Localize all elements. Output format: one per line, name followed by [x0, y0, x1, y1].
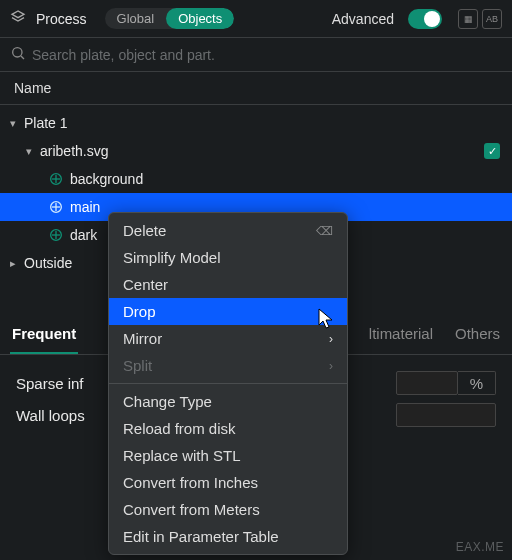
column-header-name: Name	[0, 72, 512, 105]
backspace-icon: ⌫	[316, 224, 333, 238]
tree-file[interactable]: ▾ aribeth.svg ✓	[0, 137, 512, 165]
menu-item-edit-in-parameter-table[interactable]: Edit in Parameter Table	[109, 523, 347, 550]
tree-label: Plate 1	[24, 115, 68, 131]
menu-item-reload-from-disk[interactable]: Reload from disk	[109, 415, 347, 442]
menu-item-simplify-model[interactable]: Simplify Model	[109, 244, 347, 271]
object-icon	[48, 171, 64, 187]
menu-item-label: Mirror	[123, 330, 162, 347]
compare-icon[interactable]: AB	[482, 9, 502, 29]
menu-separator	[109, 383, 347, 384]
watermark: EAX.ME	[456, 540, 504, 554]
sparse-infill-input[interactable]	[396, 371, 458, 395]
advanced-label: Advanced	[332, 11, 394, 27]
menu-item-label: Edit in Parameter Table	[123, 528, 279, 545]
layers-icon	[10, 9, 26, 28]
scope-objects[interactable]: Objects	[166, 8, 234, 29]
object-icon	[48, 199, 64, 215]
chevron-right-icon: ▸	[10, 257, 24, 270]
tree-plate[interactable]: ▾ Plate 1	[0, 109, 512, 137]
panel-title: Process	[36, 11, 87, 27]
tree-label: Outside	[24, 255, 72, 271]
search-icon	[10, 45, 26, 64]
menu-item-label: Drop	[123, 303, 156, 320]
menu-item-label: Reload from disk	[123, 420, 236, 437]
tree-label: dark	[70, 227, 97, 243]
menu-item-change-type[interactable]: Change Type	[109, 388, 347, 415]
advanced-toggle[interactable]	[408, 9, 442, 29]
scope-global[interactable]: Global	[105, 8, 167, 29]
menu-item-delete[interactable]: Delete⌫	[109, 217, 347, 244]
svg-marker-0	[12, 11, 24, 18]
scope-segmented: Global Objects	[105, 8, 235, 29]
chevron-right-icon: ›	[329, 332, 333, 346]
menu-item-convert-from-meters[interactable]: Convert from Meters	[109, 496, 347, 523]
menu-item-label: Simplify Model	[123, 249, 221, 266]
chevron-right-icon: ›	[329, 359, 333, 373]
menu-item-replace-with-stl[interactable]: Replace with STL	[109, 442, 347, 469]
top-bar: Process Global Objects Advanced ▦ AB	[0, 0, 512, 38]
menu-item-label: Replace with STL	[123, 447, 241, 464]
unit-label: %	[458, 371, 496, 395]
tree-label: background	[70, 171, 143, 187]
tree-label: main	[70, 199, 100, 215]
svg-point-1	[13, 48, 22, 57]
tab-multimaterial[interactable]: ltimaterial	[367, 317, 435, 354]
menu-item-label: Split	[123, 357, 152, 374]
tree-item[interactable]: background	[0, 165, 512, 193]
search-row	[0, 38, 512, 72]
menu-item-split: Split›	[109, 352, 347, 379]
menu-item-label: Convert from Inches	[123, 474, 258, 491]
wall-loops-input[interactable]	[396, 403, 496, 427]
checkbox-checked-icon[interactable]: ✓	[484, 143, 500, 159]
chevron-down-icon: ▾	[26, 145, 40, 158]
menu-item-label: Convert from Meters	[123, 501, 260, 518]
tree-label: aribeth.svg	[40, 143, 108, 159]
svg-line-2	[21, 56, 24, 59]
chevron-down-icon: ▾	[10, 117, 24, 130]
menu-item-label: Change Type	[123, 393, 212, 410]
menu-item-convert-from-inches[interactable]: Convert from Inches	[109, 469, 347, 496]
tab-others[interactable]: Others	[453, 317, 502, 354]
cursor-icon	[318, 308, 336, 333]
menu-item-label: Center	[123, 276, 168, 293]
object-icon	[48, 227, 64, 243]
menu-item-mirror[interactable]: Mirror›	[109, 325, 347, 352]
menu-item-drop[interactable]: Drop	[109, 298, 347, 325]
panel-layout-icon[interactable]: ▦	[458, 9, 478, 29]
tab-frequent[interactable]: Frequent	[10, 317, 78, 354]
menu-item-label: Delete	[123, 222, 166, 239]
menu-item-center[interactable]: Center	[109, 271, 347, 298]
search-input[interactable]	[32, 47, 502, 63]
context-menu: Delete⌫Simplify ModelCenterDropMirror›Sp…	[108, 212, 348, 555]
